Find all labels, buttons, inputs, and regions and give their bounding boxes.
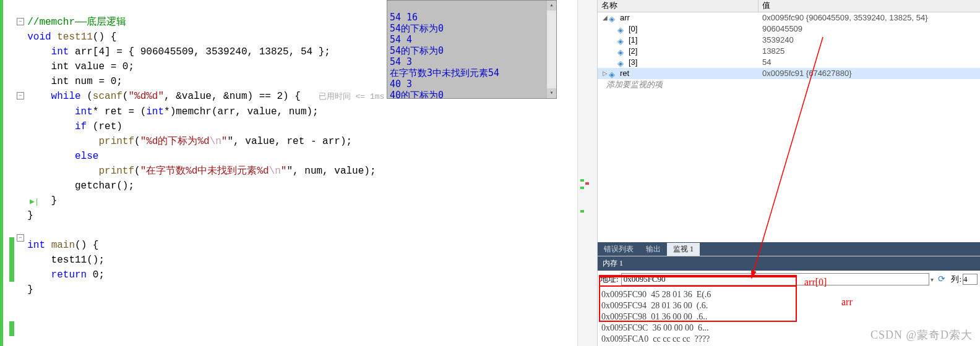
console-output: 54 16 54的下标为0 54 4 54的下标为0 54 3 在字节数3中未找… xyxy=(387,0,557,99)
watch-col-value-header[interactable]: 值 xyxy=(759,0,980,12)
watch-row[interactable]: ◈[1] 3539240 xyxy=(598,35,980,46)
dropdown-icon[interactable]: ▾ xyxy=(931,276,934,283)
change-marker xyxy=(9,321,14,336)
console-scrollbar[interactable]: ▴ ▾ xyxy=(546,1,556,98)
watch-row[interactable]: ▷◈ret 0x0095fc91 {674627880} xyxy=(598,68,980,79)
tab-error-list[interactable]: 错误列表 xyxy=(598,243,640,256)
variable-icon: ◈ xyxy=(609,69,617,78)
watch-col-name-header[interactable]: 名称 xyxy=(598,0,759,12)
variable-icon: ◈ xyxy=(617,58,626,67)
scroll-down-icon[interactable]: ▾ xyxy=(547,88,556,98)
scroll-up-icon[interactable]: ▴ xyxy=(547,1,556,11)
watch-header: 名称 值 xyxy=(598,0,980,12)
watch-row[interactable]: ◈[0] 906045509 xyxy=(598,23,980,35)
watermark: CSDN @蒙奇D索大 xyxy=(870,327,973,342)
change-marker xyxy=(9,252,14,282)
tab-output[interactable]: 输出 xyxy=(640,243,667,256)
change-marker xyxy=(9,237,14,252)
refresh-icon[interactable]: ⟳ xyxy=(936,274,947,285)
bottom-tabs: 错误列表 输出 监视 1 xyxy=(598,242,980,256)
watch-row[interactable]: ◈[3] 54 xyxy=(598,57,980,68)
expand-toggle[interactable]: ◢ xyxy=(601,12,609,23)
memory-line: 0x0095FC98 01 36 00 00 .6.. xyxy=(601,311,976,323)
variable-icon: ◈ xyxy=(617,25,626,33)
memory-addr-input[interactable] xyxy=(621,273,930,285)
memory-col-label: 列: xyxy=(951,274,961,285)
expand-toggle[interactable]: ▷ xyxy=(601,68,609,79)
variable-icon: ◈ xyxy=(617,36,626,44)
code-editor[interactable]: − − − ▶| //memchr——底层逻辑 void test11() { … xyxy=(0,0,597,346)
editor-minimap[interactable] xyxy=(577,0,597,346)
memory-title: 内存 1 xyxy=(598,256,980,271)
debug-panel: 名称 值 ◢◈arr 0x0095fc90 {906045509, 353924… xyxy=(597,0,980,346)
memory-addr-label: 地址: xyxy=(600,274,619,285)
variable-icon: ◈ xyxy=(609,14,617,22)
editor-gutter xyxy=(0,0,14,346)
variable-icon: ◈ xyxy=(617,47,626,56)
memory-line: 0x0095FC94 28 01 36 00 (.6. xyxy=(601,300,976,311)
watch-body[interactable]: ◢◈arr 0x0095fc90 {906045509, 3539240, 13… xyxy=(598,12,980,242)
add-watch-row[interactable]: 添加要监视的项 xyxy=(598,79,980,90)
watch-row[interactable]: ◈[2] 13825 xyxy=(598,46,980,57)
tab-watch[interactable]: 监视 1 xyxy=(667,243,700,256)
memory-line: 0x0095FC90 45 28 01 36 E(.6 xyxy=(601,289,976,300)
watch-row[interactable]: ◢◈arr 0x0095fc90 {906045509, 3539240, 13… xyxy=(598,12,980,23)
memory-col-input[interactable] xyxy=(963,274,978,285)
